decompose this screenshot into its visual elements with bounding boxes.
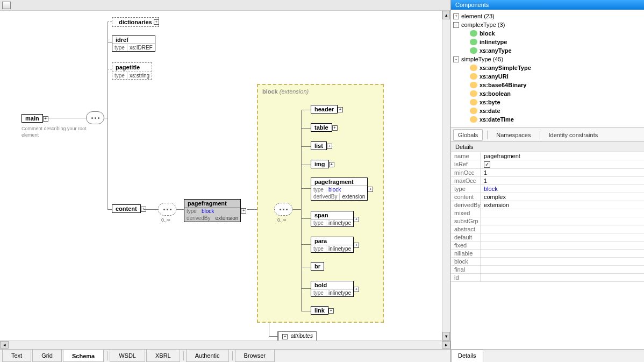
expand-icon[interactable] bbox=[241, 208, 246, 214]
node-pagefragment-selected[interactable]: pagefragment type block derivedBy extens… bbox=[184, 199, 241, 222]
details-value[interactable]: block bbox=[481, 185, 644, 193]
node-main[interactable]: main bbox=[22, 114, 43, 123]
tree-item[interactable]: xs:dateTime bbox=[451, 115, 644, 124]
details-value[interactable]: complex bbox=[481, 193, 644, 201]
tab-schema[interactable]: Schema bbox=[63, 350, 104, 362]
details-value[interactable] bbox=[481, 274, 644, 281]
tree-item[interactable]: inlinetype bbox=[451, 38, 644, 46]
details-value[interactable] bbox=[481, 242, 644, 249]
details-row[interactable]: block bbox=[451, 258, 644, 266]
tree-item[interactable]: xs:byte bbox=[451, 98, 644, 107]
details-row[interactable]: contentcomplex bbox=[451, 193, 644, 201]
node-pagetitle[interactable]: pagetitle type xs:string bbox=[112, 62, 152, 80]
tree-item[interactable]: xs:anyURI bbox=[451, 72, 644, 81]
expand-icon[interactable] bbox=[332, 125, 338, 131]
expand-icon[interactable] bbox=[43, 116, 48, 122]
scroll-down-arrow[interactable]: ▾ bbox=[442, 332, 450, 340]
tab-grid[interactable]: Grid bbox=[32, 350, 62, 362]
details-table[interactable]: namepagefragmentisRef✓minOcc1maxOcc1type… bbox=[451, 152, 644, 349]
node-attributes[interactable]: + attributes bbox=[277, 331, 317, 340]
details-row[interactable]: minOcc1 bbox=[451, 169, 644, 177]
tab-browser[interactable]: Browser bbox=[235, 350, 275, 362]
details-row[interactable]: substGrp bbox=[451, 217, 644, 225]
node-list[interactable]: list bbox=[311, 141, 327, 150]
details-value[interactable]: pagefragment bbox=[481, 152, 644, 160]
sequence-compositor-3[interactable] bbox=[274, 203, 292, 216]
horizontal-scrollbar[interactable]: ◂ ▸ bbox=[0, 340, 450, 349]
expand-icon[interactable] bbox=[154, 19, 159, 25]
details-value[interactable] bbox=[481, 217, 644, 225]
expand-icon[interactable] bbox=[354, 217, 359, 222]
node-dictionaries[interactable]: dictionaries bbox=[112, 17, 159, 27]
details-row[interactable]: final bbox=[451, 266, 644, 274]
expand-icon[interactable] bbox=[368, 187, 373, 192]
node-idref[interactable]: idref type xs:IDREF bbox=[112, 36, 155, 52]
details-row[interactable]: isRef✓ bbox=[451, 160, 644, 169]
details-value[interactable] bbox=[481, 225, 644, 233]
tab-text[interactable]: Text bbox=[2, 350, 31, 362]
sequence-compositor-2[interactable] bbox=[158, 203, 176, 216]
tree-item[interactable]: xs:anySimpleType bbox=[451, 63, 644, 72]
details-row[interactable]: id bbox=[451, 274, 644, 282]
tree-item[interactable]: +element (23) bbox=[451, 12, 644, 20]
expand-icon[interactable] bbox=[327, 144, 332, 149]
expand-icon[interactable] bbox=[329, 162, 334, 167]
vertical-scrollbar[interactable]: ▴ ▾ bbox=[442, 11, 450, 340]
tree-item[interactable]: -complexType (3) bbox=[451, 20, 644, 29]
components-tree[interactable]: +element (23)-complexType (3)blockinline… bbox=[451, 10, 644, 128]
expand-icon[interactable] bbox=[328, 308, 334, 314]
details-value[interactable]: ✓ bbox=[481, 160, 644, 168]
tree-item[interactable]: xs:date bbox=[451, 107, 644, 115]
tree-toggle-icon[interactable]: - bbox=[453, 22, 459, 28]
node-table[interactable]: table bbox=[311, 123, 332, 132]
details-value[interactable]: 1 bbox=[481, 169, 644, 176]
tab-identity-constraints[interactable]: Identity constraints bbox=[545, 130, 603, 140]
tree-item[interactable]: xs:anyType bbox=[451, 46, 644, 55]
node-img[interactable]: img bbox=[311, 160, 329, 168]
tree-item[interactable]: xs:boolean bbox=[451, 89, 644, 98]
details-row[interactable]: derivedByextension bbox=[451, 201, 644, 209]
tree-toggle-icon[interactable]: - bbox=[453, 56, 459, 62]
tab-xbrl[interactable]: XBRL bbox=[146, 350, 180, 362]
node-br[interactable]: br bbox=[311, 262, 324, 271]
details-row[interactable]: typeblock bbox=[451, 185, 644, 193]
scroll-up-arrow[interactable]: ▴ bbox=[442, 11, 450, 19]
tree-item[interactable]: xs:base64Binary bbox=[451, 81, 644, 89]
expand-icon[interactable] bbox=[338, 107, 343, 112]
details-row[interactable]: maxOcc1 bbox=[451, 177, 644, 185]
details-value[interactable] bbox=[481, 250, 644, 257]
node-pagefragment-child[interactable]: pagefragment type block derivedBy extens… bbox=[311, 178, 368, 201]
details-tab[interactable]: Details bbox=[451, 350, 483, 362]
tree-toggle-icon[interactable]: + bbox=[453, 13, 459, 19]
tab-namespaces[interactable]: Namespaces bbox=[492, 130, 535, 140]
tree-item[interactable]: -simpleType (45) bbox=[451, 55, 644, 63]
tree-item[interactable]: block bbox=[451, 29, 644, 38]
details-value[interactable]: extension bbox=[481, 201, 644, 209]
details-row[interactable]: default bbox=[451, 233, 644, 242]
tab-wsdl[interactable]: WSDL bbox=[110, 350, 145, 362]
toolbar-icon[interactable] bbox=[2, 2, 11, 9]
node-para[interactable]: para type inlinetype bbox=[311, 237, 354, 253]
schema-canvas[interactable]: main Comment describing your root elemen… bbox=[0, 11, 450, 340]
expand-icon[interactable] bbox=[354, 287, 359, 292]
details-value[interactable] bbox=[481, 209, 644, 217]
details-row[interactable]: mixed bbox=[451, 209, 644, 217]
details-row[interactable]: abstract bbox=[451, 225, 644, 233]
details-row[interactable]: namepagefragment bbox=[451, 152, 644, 160]
checkbox-icon[interactable]: ✓ bbox=[484, 161, 490, 168]
node-link[interactable]: link bbox=[311, 306, 328, 315]
details-value[interactable] bbox=[481, 258, 644, 265]
scroll-left-arrow[interactable]: ◂ bbox=[0, 341, 9, 349]
details-value[interactable] bbox=[481, 233, 644, 241]
expand-icon[interactable]: + bbox=[282, 334, 288, 339]
node-span[interactable]: span type inlinetype bbox=[311, 211, 354, 227]
details-row[interactable]: nillable bbox=[451, 250, 644, 258]
node-bold[interactable]: bold type inlinetype bbox=[311, 281, 354, 297]
expand-icon[interactable] bbox=[354, 243, 359, 248]
node-header[interactable]: header bbox=[311, 105, 338, 113]
sequence-compositor[interactable] bbox=[86, 111, 104, 124]
scroll-right-arrow[interactable]: ▸ bbox=[442, 341, 450, 349]
node-content[interactable]: content bbox=[112, 204, 141, 213]
details-row[interactable]: fixed bbox=[451, 242, 644, 250]
details-value[interactable] bbox=[481, 266, 644, 273]
